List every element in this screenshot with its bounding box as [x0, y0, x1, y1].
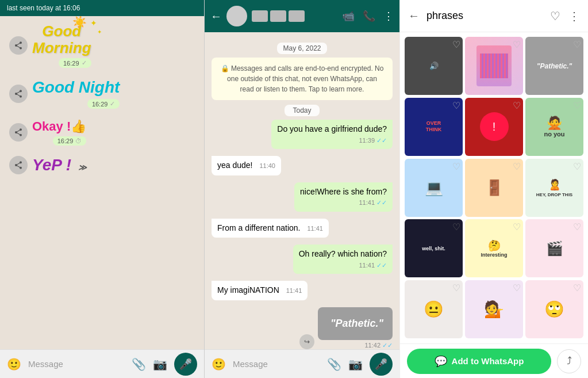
pathetic-sticker: "Pathetic." [318, 307, 393, 340]
message-meta: 11:42 ✓✓ [364, 342, 393, 349]
heart-button[interactable]: ♡ [573, 161, 581, 172]
heart-button[interactable]: ♡ [573, 222, 581, 232]
share-button[interactable] [9, 123, 28, 142]
middle-chat-area: May 6, 2022 🔒 Messages and calls are end… [205, 32, 399, 349]
list-item: ✦ ✦ ☀️ GoodMorning 16:29 ✓ [9, 23, 195, 68]
tick-icon: ✓✓ [382, 342, 393, 349]
right-panel: ← phrases ♡ ⋮ 🔊 ♡ ♡ "Pathetic." ♡ [399, 0, 588, 378]
sticker-item[interactable]: OVERTHINK ♡ [405, 98, 463, 156]
add-to-whatsapp-button[interactable]: 💬 Add to WhatsApp [407, 349, 551, 374]
message-time: 16:29 ✓ [59, 58, 91, 68]
table-row: From a different nation. 11:41 [212, 219, 393, 242]
table-row: ↪ "Pathetic." 11:42 ✓✓ [212, 307, 393, 349]
attachment-icon[interactable]: 📎 [327, 357, 341, 371]
message-text: nice!Where is she from? [300, 187, 387, 196]
sticker-item[interactable]: 🔊 ♡ [405, 37, 463, 95]
sticker-grid: 🔊 ♡ ♡ "Pathetic." ♡ OVERTHINK ♡ ! [400, 32, 588, 343]
share-button[interactable]: ⤴ [557, 349, 581, 373]
left-chat-area: ✦ ✦ ☀️ GoodMorning 16:29 ✓ Good Night 16… [0, 16, 204, 349]
heart-button[interactable]: ♡ [573, 39, 581, 50]
message-time: 16:29 ⏱ [53, 136, 87, 146]
sticker-item[interactable]: 🚪 ♡ [465, 159, 523, 217]
list-item: Okay !👍 16:29 ⏱ [9, 119, 195, 146]
message-bubble: yea dude! 11:40 [212, 156, 281, 175]
message-text: From a different nation. [217, 223, 300, 232]
more-options-icon[interactable]: ⋮ [383, 10, 394, 22]
emoji-icon[interactable]: 🙂 [7, 357, 21, 371]
message-text: Oh really? which nation? [299, 249, 387, 258]
tick-icon: ✓✓ [376, 198, 387, 207]
middle-message-input[interactable]: Message [233, 359, 320, 369]
encrypt-notice[interactable]: 🔒 Messages and calls are end-to-end encr… [212, 58, 393, 100]
message-meta: 11:41 ✓✓ [299, 261, 387, 270]
mic-button[interactable]: 🎤 [370, 353, 393, 376]
camera-icon[interactable]: 📷 [348, 357, 363, 371]
heart-button[interactable]: ♡ [452, 39, 460, 50]
left-message-input[interactable]: Message [28, 359, 125, 369]
okay-text: Okay !👍 [32, 119, 86, 134]
sticker-container: "Pathetic." 11:42 ✓✓ [318, 307, 393, 349]
left-panel: last seen today at 16:06 ✦ ✦ ☀️ GoodMorn… [0, 0, 204, 378]
heart-button[interactable]: ♡ [513, 100, 521, 111]
list-item: YeP ! ≫ [9, 156, 195, 174]
sticker-item[interactable]: well, shit. ♡ [405, 219, 463, 277]
phone-call-icon[interactable]: 📞 [363, 10, 375, 22]
heart-button[interactable]: ♡ [513, 161, 521, 172]
sticker-item[interactable]: ♡ [465, 37, 523, 95]
page-title: phrases [426, 10, 543, 22]
video-call-icon[interactable]: 📹 [342, 10, 355, 22]
heart-button[interactable]: ♡ [452, 161, 460, 172]
share-button[interactable] [9, 85, 28, 103]
camera-icon[interactable]: 📷 [153, 357, 167, 371]
heart-button[interactable]: ♡ [513, 39, 521, 50]
heart-button[interactable]: ♡ [452, 222, 460, 232]
table-row: nice!Where is she from? 11:41 ✓✓ [212, 182, 393, 215]
mic-button[interactable]: 🎤 [174, 353, 197, 376]
today-badge: Today [212, 105, 393, 115]
heart-button[interactable]: ♡ [513, 222, 521, 232]
heart-button[interactable]: ♡ [452, 100, 460, 111]
heart-button[interactable]: ♡ [513, 282, 521, 293]
sticker-item[interactable]: 🙎 HEY, DROP THIS ♡ [525, 159, 583, 217]
back-button[interactable]: ← [408, 9, 420, 22]
heart-button[interactable]: ♡ [452, 282, 460, 293]
emoji-icon[interactable]: 🙂 [212, 357, 226, 371]
right-footer: 💬 Add to WhatsApp ⤴ [400, 343, 588, 378]
avatar [226, 6, 247, 26]
tick-icon: ✓✓ [376, 136, 387, 145]
sticker-item[interactable]: 🙅 no you ♡ [525, 98, 583, 156]
table-row: My imagiNATION 11:41 [212, 281, 393, 304]
heart-button[interactable]: ♡ [573, 282, 581, 293]
table-row: Oh really? which nation? 11:41 ✓✓ [212, 245, 393, 277]
more-options-icon[interactable]: ⋮ [568, 9, 580, 23]
sticker-item[interactable]: 🤔 Interesting ♡ [465, 219, 523, 277]
sticker-item[interactable]: "Pathetic." ♡ [525, 37, 583, 95]
yep-sticker: YeP ! ≫ [32, 156, 87, 174]
share-button[interactable] [9, 156, 28, 174]
back-button[interactable]: ← [210, 10, 222, 23]
share-button[interactable]: ↪ [299, 334, 314, 349]
left-footer: 🙂 Message 📎 📷 🎤 [0, 349, 204, 378]
message-bubble: From a different nation. 11:41 [212, 219, 329, 238]
contact-images [252, 10, 305, 22]
message-bubble: Oh really? which nation? 11:41 ✓✓ [293, 245, 393, 274]
good-night-text: Good Night [32, 78, 120, 97]
message-time: 16:29 ✓ [87, 99, 120, 109]
sticker-item[interactable]: 💁 ♡ [465, 280, 523, 338]
whatsapp-icon: 💬 [435, 355, 447, 368]
attachment-icon[interactable]: 📎 [132, 357, 146, 371]
sticker-item[interactable]: 🙄 ♡ [525, 280, 583, 338]
message-text: Do you have a girlfriend dude? [277, 124, 387, 133]
heart-icon[interactable]: ♡ [550, 9, 560, 23]
heart-button[interactable]: ♡ [573, 100, 581, 111]
sticker-item[interactable]: ! ♡ [465, 98, 523, 156]
share-button[interactable] [9, 36, 28, 55]
contact-image [252, 10, 268, 22]
message-meta: 11:39 ✓✓ [277, 136, 387, 145]
add-to-whatsapp-label: Add to WhatsApp [452, 356, 524, 366]
sticker-item[interactable]: 😐 ♡ [405, 280, 463, 338]
sticker-item[interactable]: 🎬 ♡ [525, 219, 583, 277]
message-text: My imagiNATION [217, 285, 279, 295]
right-header: ← phrases ♡ ⋮ [400, 0, 588, 32]
sticker-item[interactable]: 💻 ♡ [405, 159, 463, 217]
